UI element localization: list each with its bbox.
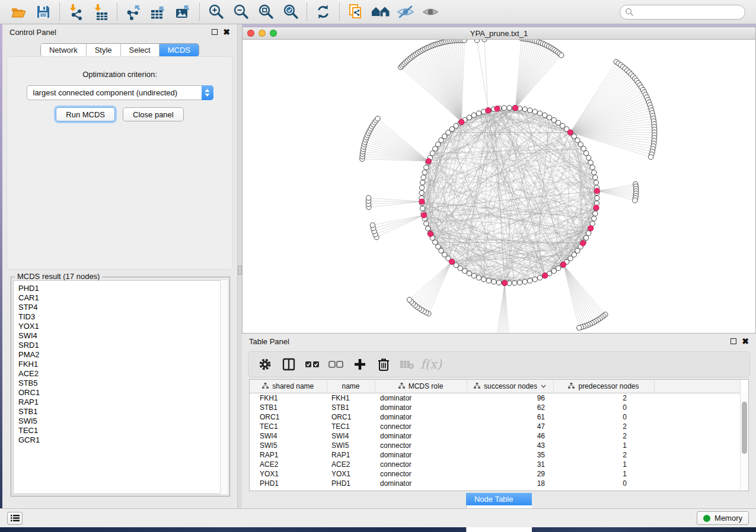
dominator-node[interactable] bbox=[419, 199, 425, 204]
mcds-result-item[interactable]: STB1 bbox=[18, 407, 227, 416]
dominator-node[interactable] bbox=[588, 226, 594, 231]
delete-column-button[interactable] bbox=[373, 354, 394, 374]
mcds-result-item[interactable]: TEC1 bbox=[18, 426, 227, 435]
float-window-icon[interactable] bbox=[212, 29, 218, 35]
export-image-button[interactable] bbox=[171, 2, 196, 22]
zoom-out-button[interactable] bbox=[228, 2, 253, 22]
dominator-node[interactable] bbox=[594, 205, 599, 210]
close-panel-button[interactable]: Close panel bbox=[123, 107, 184, 121]
table-row[interactable]: SWI5SWI5connector431 bbox=[250, 441, 741, 450]
table-row[interactable]: FKH1FKH1dominator962 bbox=[250, 393, 741, 403]
mcds-result-item[interactable]: FKH1 bbox=[18, 360, 227, 369]
deselect-all-button[interactable] bbox=[326, 354, 347, 374]
first-neighbors-button[interactable] bbox=[368, 2, 393, 22]
mcds-result-item[interactable]: TID3 bbox=[18, 312, 227, 322]
table-row[interactable]: ORC1ORC1dominator610 bbox=[250, 412, 741, 422]
mcds-result-item[interactable]: SRD1 bbox=[18, 341, 227, 350]
table-row[interactable]: TEC1TEC1connector472 bbox=[250, 422, 741, 431]
mcds-result-item[interactable]: STP4 bbox=[18, 303, 227, 312]
table-row[interactable]: STB1STB1dominator620 bbox=[250, 403, 741, 412]
function-builder-button[interactable]: f(x) bbox=[420, 354, 442, 374]
hide-selected-button[interactable] bbox=[393, 2, 418, 22]
mcds-result-item[interactable]: ACE2 bbox=[18, 369, 227, 379]
table-scrollbar-thumb[interactable] bbox=[742, 402, 747, 454]
tab-style[interactable]: Style bbox=[86, 44, 120, 56]
mcds-result-item[interactable]: SWI5 bbox=[18, 416, 227, 426]
tab-select[interactable]: Select bbox=[120, 44, 159, 56]
show-panels-button[interactable] bbox=[7, 512, 23, 525]
select-all-button[interactable] bbox=[302, 354, 323, 374]
dominator-node[interactable] bbox=[561, 262, 566, 267]
table-row[interactable]: RAP1RAP1dominator352 bbox=[250, 450, 741, 460]
refresh-button[interactable] bbox=[311, 2, 336, 22]
run-mcds-button[interactable]: Run MCDS bbox=[56, 107, 115, 121]
column-header-name[interactable]: name bbox=[327, 380, 375, 393]
dominator-node[interactable] bbox=[567, 130, 573, 135]
network-window-titlebar[interactable]: YPA_prune.txt_1 bbox=[242, 27, 756, 40]
table-scrollbar[interactable] bbox=[740, 393, 748, 489]
memory-button[interactable]: Memory bbox=[697, 511, 749, 525]
column-header-predecessor-nodes[interactable]: predecessor nodes bbox=[553, 380, 654, 393]
clone-network-button[interactable] bbox=[343, 2, 368, 22]
mcds-result-item[interactable]: GCR1 bbox=[18, 435, 227, 445]
tab-network[interactable]: Network bbox=[41, 44, 86, 56]
mcds-result-list[interactable]: PHD1CAR1STP4TID3YOX1SWI4SRD1PMA2FKH1ACE2… bbox=[13, 280, 228, 494]
export-table-button[interactable] bbox=[146, 2, 171, 22]
dominator-node[interactable] bbox=[580, 241, 586, 246]
table-row[interactable]: SWI4SWI4dominator462 bbox=[250, 431, 741, 441]
export-network-button[interactable] bbox=[121, 2, 146, 22]
tab-mcds[interactable]: MCDS bbox=[159, 44, 199, 56]
mcds-result-item[interactable]: SWI4 bbox=[18, 331, 227, 341]
close-panel-icon[interactable]: ✖ bbox=[223, 29, 230, 35]
dominator-node[interactable] bbox=[449, 259, 454, 264]
import-table-button[interactable] bbox=[88, 2, 113, 22]
dominator-node[interactable] bbox=[495, 106, 500, 111]
dominator-node[interactable] bbox=[426, 159, 431, 164]
mcds-result-item[interactable]: PHD1 bbox=[18, 284, 227, 293]
mcds-result-item[interactable]: PMA2 bbox=[18, 350, 227, 360]
column-header-MCDS-role[interactable]: MCDS role bbox=[375, 380, 467, 393]
mcds-result-item[interactable]: ORC1 bbox=[18, 388, 227, 398]
split-columns-button[interactable] bbox=[278, 354, 299, 374]
panel-splitter[interactable] bbox=[238, 24, 242, 508]
table-tab-node-table[interactable]: Node Table bbox=[466, 493, 532, 505]
import-network-button[interactable] bbox=[63, 2, 88, 22]
column-header-successor-nodes[interactable]: successor nodes bbox=[467, 380, 553, 393]
dominator-node[interactable] bbox=[594, 188, 599, 194]
show-all-button[interactable] bbox=[418, 2, 443, 22]
search-input[interactable] bbox=[620, 5, 745, 20]
column-header-shared-name[interactable]: shared name bbox=[250, 380, 327, 393]
dominator-node[interactable] bbox=[502, 280, 508, 286]
zoom-selected-button[interactable] bbox=[278, 2, 303, 22]
optimization-criterion-dropdown[interactable]: largest connected component (undirected) bbox=[27, 85, 213, 100]
dominator-node[interactable] bbox=[543, 273, 548, 278]
close-panel-icon[interactable]: ✖ bbox=[742, 338, 749, 344]
control-panel-title: Control Panel bbox=[9, 28, 56, 37]
network-graph[interactable] bbox=[243, 40, 755, 332]
zoom-out-icon bbox=[232, 3, 250, 21]
table-row[interactable]: ACE2ACE2connector311 bbox=[250, 460, 741, 469]
save-session-button[interactable] bbox=[31, 2, 56, 22]
dominator-node[interactable] bbox=[513, 105, 518, 111]
mcds-result-item[interactable]: YOX1 bbox=[18, 322, 227, 331]
mcds-result-item[interactable]: CAR1 bbox=[18, 293, 227, 303]
mcds-list-scrollbar[interactable] bbox=[220, 280, 228, 494]
network-canvas[interactable] bbox=[242, 40, 756, 334]
mcds-result-item[interactable]: STB5 bbox=[18, 379, 227, 388]
zoom-fit-button[interactable] bbox=[253, 2, 278, 22]
splitter-grip[interactable] bbox=[238, 265, 242, 275]
delete-table-button[interactable] bbox=[397, 354, 418, 374]
float-window-icon[interactable] bbox=[731, 338, 736, 344]
add-column-button[interactable] bbox=[349, 354, 371, 374]
dominator-node[interactable] bbox=[459, 119, 464, 124]
table-row[interactable]: YOX1YOX1connector291 bbox=[250, 469, 741, 479]
dominator-node[interactable] bbox=[486, 108, 491, 113]
table-row[interactable]: PHD1PHD1dominator180 bbox=[250, 479, 741, 488]
table-settings-button[interactable] bbox=[254, 354, 276, 374]
dominator-node[interactable] bbox=[428, 231, 433, 236]
open-file-button[interactable] bbox=[6, 2, 31, 22]
mcds-result-item[interactable]: RAP1 bbox=[18, 398, 227, 407]
cell: PHD1 bbox=[250, 479, 327, 488]
dominator-node[interactable] bbox=[421, 213, 426, 218]
zoom-in-button[interactable] bbox=[203, 2, 228, 22]
